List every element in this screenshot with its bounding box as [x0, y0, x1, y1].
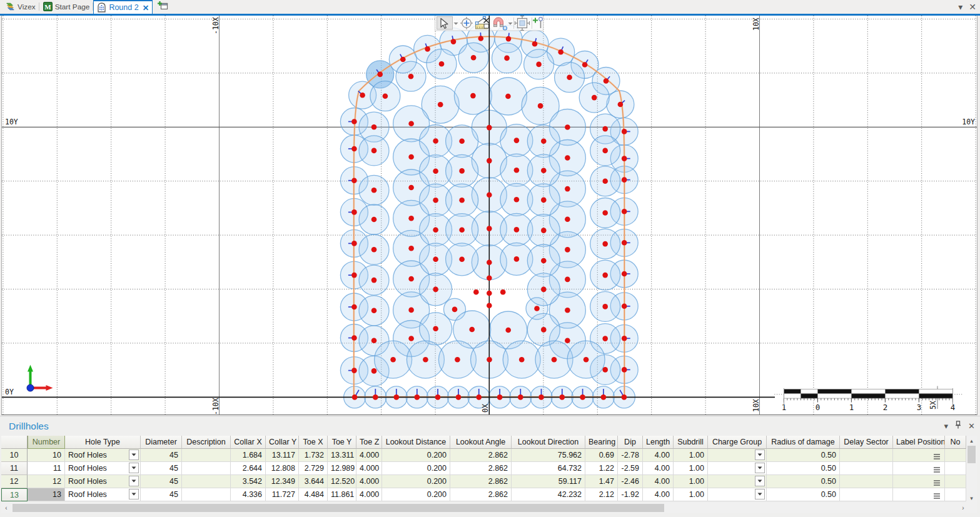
drillhole-dot[interactable]: [506, 36, 512, 42]
dropdown-arrow-icon[interactable]: [755, 449, 765, 460]
drillhole-dot[interactable]: [470, 93, 476, 99]
cell-lookout_direction-row-12[interactable]: 59.117: [512, 475, 585, 488]
drillhole-dot[interactable]: [433, 198, 438, 203]
drillhole-dot[interactable]: [604, 78, 609, 84]
drillhole-dot[interactable]: [602, 336, 608, 341]
drillhole-dot[interactable]: [487, 158, 492, 164]
drillhole-dot[interactable]: [408, 246, 414, 251]
drillhole-dot[interactable]: [423, 357, 428, 363]
cell-dip-row-10[interactable]: -2.78: [618, 449, 643, 462]
column-header-lookout_distance[interactable]: Lookout Distance: [382, 436, 450, 449]
drillhole-dot[interactable]: [487, 303, 492, 309]
cell-charge_group-row-12[interactable]: [708, 475, 767, 488]
drillhole-dot[interactable]: [371, 308, 377, 314]
panel-menu-icon[interactable]: ▾: [944, 421, 949, 431]
column-header-subdrill[interactable]: Subdrill: [674, 436, 708, 449]
drillhole-dot[interactable]: [487, 291, 492, 296]
drillhole-dot[interactable]: [602, 304, 608, 309]
cell-diameter-row-10[interactable]: 45: [141, 449, 182, 462]
cell-hole_type-row-10[interactable]: Roof Holes: [65, 449, 141, 462]
new-tab-button[interactable]: [153, 1, 173, 14]
drillhole-dot[interactable]: [514, 168, 520, 173]
drillhole-dot[interactable]: [558, 49, 563, 55]
drillhole-dot[interactable]: [487, 125, 492, 131]
cell-radius_of_damage-row-12[interactable]: 0.50: [767, 475, 840, 488]
cell-length-row-13[interactable]: 4.00: [643, 488, 674, 501]
drillhole-dot[interactable]: [390, 357, 396, 363]
drillhole-dot[interactable]: [565, 186, 570, 192]
tab-vizex[interactable]: Vizex: [1, 1, 39, 13]
label-position-justify-icon[interactable]: [934, 466, 940, 474]
drillhole-dot[interactable]: [504, 56, 510, 61]
cell-description-row-10[interactable]: [182, 449, 231, 462]
drillhole-dot[interactable]: [371, 217, 377, 223]
cell-no-row-13[interactable]: [945, 488, 966, 501]
drillhole-dot[interactable]: [435, 394, 441, 400]
cell-collar_x-row-11[interactable]: 2.644: [231, 462, 266, 475]
drillhole-dot[interactable]: [519, 357, 525, 363]
drillhole-dot[interactable]: [459, 139, 465, 144]
panel-close-icon[interactable]: ✕: [968, 421, 975, 431]
drillhole-dot[interactable]: [565, 277, 570, 283]
scroll-left-icon[interactable]: ‹: [1, 503, 11, 513]
drillhole-dot[interactable]: [351, 178, 357, 183]
cell-label_position-row-10[interactable]: [893, 449, 945, 462]
cell-no-row-11[interactable]: [945, 462, 966, 475]
cell-toe_y-row-10[interactable]: 13.311: [328, 449, 356, 462]
drillhole-dot[interactable]: [505, 328, 511, 333]
cell-toe_x-row-11[interactable]: 2.729: [299, 462, 328, 475]
drillhole-dot[interactable]: [602, 179, 608, 184]
column-header-bearing[interactable]: Bearing: [585, 436, 618, 449]
drillhole-dot[interactable]: [565, 338, 570, 344]
cell-subdrill-row-12[interactable]: 1.00: [674, 475, 708, 488]
cell-label_position-row-12[interactable]: [893, 475, 945, 488]
drillhole-dot[interactable]: [565, 247, 570, 253]
cell-collar_y-row-10[interactable]: 13.117: [266, 449, 299, 462]
column-header-toe_y[interactable]: Toe Y: [328, 436, 356, 449]
drillhole-dot[interactable]: [514, 227, 520, 233]
drillhole-dot[interactable]: [377, 72, 383, 78]
drillhole-dot[interactable]: [408, 74, 414, 79]
drillhole-dot[interactable]: [433, 168, 438, 174]
cell-label_position-row-13[interactable]: [893, 488, 945, 501]
drillhole-dot[interactable]: [408, 276, 414, 282]
drillhole-dot[interactable]: [351, 119, 357, 124]
drillhole-dot[interactable]: [476, 394, 482, 400]
drillhole-dot[interactable]: [351, 209, 357, 215]
cell-radius_of_damage-row-13[interactable]: 0.50: [767, 488, 840, 501]
cell-subdrill-row-11[interactable]: 1.00: [674, 462, 708, 475]
drillhole-dot[interactable]: [514, 138, 520, 143]
drillhole-dot[interactable]: [552, 357, 557, 363]
scroll-up-icon[interactable]: ▴: [966, 436, 977, 445]
cell-hole_type-row-13[interactable]: Roof Holes: [65, 488, 141, 501]
drillhole-dot[interactable]: [408, 185, 414, 191]
drillhole-dot[interactable]: [622, 209, 627, 214]
column-header-charge_group[interactable]: Charge Group: [708, 436, 767, 449]
cell-number-row-10[interactable]: 10: [28, 449, 65, 462]
drillhole-dot[interactable]: [514, 197, 520, 203]
cell-delay_sector-row-12[interactable]: [840, 475, 893, 488]
cell-diameter-row-11[interactable]: 45: [141, 462, 182, 475]
drillhole-dot[interactable]: [622, 129, 627, 134]
scroll-down-icon[interactable]: ▾: [966, 493, 977, 503]
label-position-justify-icon[interactable]: [934, 492, 940, 501]
drillhole-dot[interactable]: [602, 367, 608, 373]
dropdown-arrow-icon[interactable]: [129, 449, 139, 460]
drillhole-dot[interactable]: [438, 102, 443, 108]
column-header-no[interactable]: No: [945, 436, 966, 449]
drillhole-dot[interactable]: [622, 156, 627, 161]
cell-lookout_angle-row-10[interactable]: 2.862: [450, 449, 512, 462]
drillhole-dot[interactable]: [602, 210, 608, 216]
cell-diameter-row-13[interactable]: 45: [141, 488, 182, 501]
column-header-diameter[interactable]: Diameter: [141, 436, 182, 449]
column-header-description[interactable]: Description: [182, 436, 231, 449]
cell-bearing-row-13[interactable]: 2.12: [585, 488, 618, 501]
drillhole-dot[interactable]: [400, 57, 406, 63]
cell-hole_type-row-12[interactable]: Roof Holes: [65, 475, 141, 488]
cell-subdrill-row-10[interactable]: 1.00: [674, 449, 708, 462]
tab-list-dropdown-icon[interactable]: ▾: [958, 2, 962, 12]
drillhole-dot[interactable]: [601, 394, 607, 400]
drillhole-dot[interactable]: [351, 335, 357, 341]
cell-charge_group-row-11[interactable]: [708, 462, 767, 475]
drillhole-dot[interactable]: [602, 241, 608, 247]
